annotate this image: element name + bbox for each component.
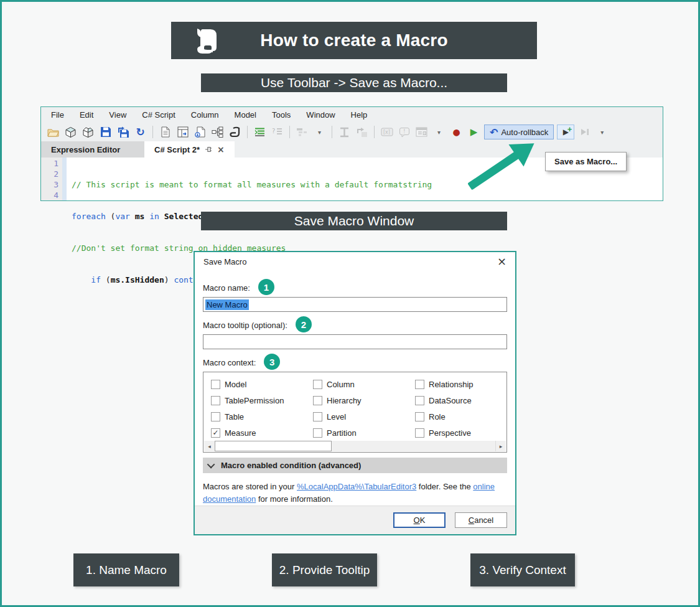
step-label-2: 2. Provide Tooltip	[272, 553, 377, 586]
message-bubble-icon[interactable]: !	[397, 125, 411, 139]
horizontal-scrollbar[interactable]: ◂ ▸	[204, 441, 506, 451]
display-options-caret-icon[interactable]: ▾	[312, 125, 327, 139]
comment-format-icon[interactable]: ?	[270, 125, 284, 139]
dialog-close-icon[interactable]: ×	[497, 256, 506, 267]
advanced-section-label: Macro enabled condition (advanced)	[221, 461, 361, 470]
tab-close-icon[interactable]: ×	[217, 144, 225, 154]
checkbox-table[interactable]: Table	[211, 411, 244, 422]
deploy-page-icon[interactable]	[193, 125, 207, 139]
tab-csharp-script[interactable]: C# Script 2* ×	[144, 141, 235, 158]
macro-context-label: Macro context:	[203, 358, 256, 367]
save-icon[interactable]	[98, 125, 113, 139]
checkbox-partition[interactable]: Partition	[313, 427, 357, 438]
callout-arrow	[458, 134, 545, 196]
macro-context-list: Model Column Relationship TablePermissio…	[203, 372, 507, 453]
save-macro-dialog: Save Macro × Macro name: 1 New Macro Mac…	[194, 251, 516, 535]
step-label-3: 3. Verify Context	[470, 553, 575, 586]
infographic-canvas: How to create a Macro Use Toolbar -> Sav…	[0, 0, 700, 607]
menu-edit[interactable]: Edit	[80, 110, 93, 120]
cancel-button[interactable]: Cancel	[455, 512, 507, 528]
open-package-icon[interactable]	[81, 125, 95, 139]
refresh-icon[interactable]: ↻	[133, 125, 147, 139]
gutter-strip	[62, 158, 67, 200]
tab-expression-editor[interactable]: Expression Editor	[41, 141, 144, 158]
line-number-gutter: 1 2 3 4	[41, 158, 62, 200]
dialog-titlebar: Save Macro ×	[195, 252, 515, 271]
scroll-left-icon[interactable]: ◂	[204, 441, 215, 451]
checkbox-measure[interactable]: ✓Measure	[211, 427, 256, 438]
new-document-icon[interactable]	[158, 125, 172, 139]
plus-icon: +	[567, 125, 572, 134]
window-step-banner: Save Macro Window	[201, 212, 507, 230]
macro-name-label: Macro name:	[203, 283, 250, 293]
step-badge-3: 3	[264, 354, 280, 370]
checkbox-relationship[interactable]: Relationship	[415, 379, 474, 390]
display-options-icon[interactable]	[295, 125, 309, 139]
toolbar-separator	[152, 126, 153, 138]
deploy-package-icon[interactable]	[63, 125, 78, 139]
svg-text:!: !	[403, 128, 406, 134]
menu-window[interactable]: Window	[306, 110, 335, 120]
menu-tools[interactable]: Tools	[272, 110, 291, 120]
save-as-macro-button[interactable]: ▶ +	[557, 125, 574, 139]
ok-button[interactable]: OK	[393, 512, 446, 528]
macro-tooltip-label: Macro tooltip (optional):	[203, 321, 287, 330]
localappdata-link[interactable]: %LocalAppData%\TabularEditor3	[297, 482, 416, 491]
text-box-icon[interactable]: [x]	[380, 125, 394, 139]
svg-text:[x]: [x]	[383, 129, 390, 135]
toolbar-separator	[374, 126, 375, 138]
checkbox-level[interactable]: Level	[313, 411, 346, 422]
code-text: // This script is meant to format all me…	[67, 158, 432, 200]
table-properties-icon[interactable]	[175, 125, 190, 139]
macro-name-input[interactable]: New Macro	[203, 297, 507, 312]
macro-dropdown-caret-icon[interactable]: ▾	[595, 125, 609, 139]
chevron-down-icon	[207, 461, 215, 469]
model-tree-icon[interactable]	[210, 125, 225, 139]
save-as-macro-tooltip: Save as Macro...	[545, 152, 627, 171]
scroll-right-icon[interactable]: ▸	[495, 441, 506, 451]
step-badge-1: 1	[258, 279, 274, 295]
toolbar-separator	[247, 126, 248, 138]
advanced-section-header[interactable]: Macro enabled condition (advanced)	[203, 458, 507, 473]
toolbar: ↻ ?	[41, 123, 663, 141]
save-all-icon[interactable]	[116, 125, 130, 139]
page-title: How to create a Macro	[260, 31, 447, 50]
dialog-body: Macro name: 1 New Macro Macro tooltip (o…	[195, 271, 515, 506]
menu-view[interactable]: View	[109, 110, 126, 120]
checkbox-perspective[interactable]: Perspective	[415, 427, 471, 438]
menu-csharp-script[interactable]: C# Script	[142, 110, 175, 120]
column-stop-icon[interactable]	[337, 125, 352, 139]
checkbox-hierarchy[interactable]: Hierarchy	[313, 395, 362, 406]
open-folder-icon[interactable]	[46, 125, 60, 139]
checkbox-model[interactable]: Model	[211, 379, 246, 390]
storage-info-text: Macros are stored in your %LocalAppData%…	[203, 481, 509, 506]
menu-model[interactable]: Model	[235, 110, 256, 120]
goto-object-icon[interactable]	[355, 125, 369, 139]
menu-column[interactable]: Column	[191, 110, 219, 120]
toolbar-separator	[289, 126, 290, 138]
pin-icon[interactable]	[205, 146, 212, 153]
step-label-1: 1. Name Macro	[73, 553, 179, 586]
menu-bar: File Edit View C# Script Column Model To…	[41, 107, 663, 123]
window-options-icon[interactable]	[414, 125, 429, 139]
format-document-icon[interactable]	[253, 125, 267, 139]
dialog-footer: OK Cancel	[195, 506, 515, 534]
checkbox-column[interactable]: Column	[313, 379, 355, 390]
checkbox-tablepermission[interactable]: TablePermission	[211, 395, 284, 406]
macro-tooltip-input[interactable]	[203, 334, 507, 349]
toolbar-separator	[332, 126, 332, 138]
menu-file[interactable]: File	[51, 110, 64, 120]
checkbox-datasource[interactable]: DataSource	[415, 395, 472, 406]
svg-text:?: ?	[272, 128, 275, 134]
header-banner: How to create a Macro	[171, 22, 537, 59]
toolbar-step-banner: Use Toolbar -> Save as Macro...	[201, 73, 507, 92]
checkbox-role[interactable]: Role	[415, 411, 446, 422]
scroll-icon	[194, 27, 220, 55]
run-macro-disabled-icon[interactable]	[577, 125, 592, 139]
window-options-caret-icon[interactable]: ▾	[432, 125, 446, 139]
dialog-title: Save Macro	[203, 257, 497, 266]
scrollbar-thumb[interactable]	[215, 441, 332, 451]
step-badge-2: 2	[296, 316, 312, 332]
script-icon[interactable]	[228, 125, 242, 139]
menu-help[interactable]: Help	[351, 110, 368, 120]
